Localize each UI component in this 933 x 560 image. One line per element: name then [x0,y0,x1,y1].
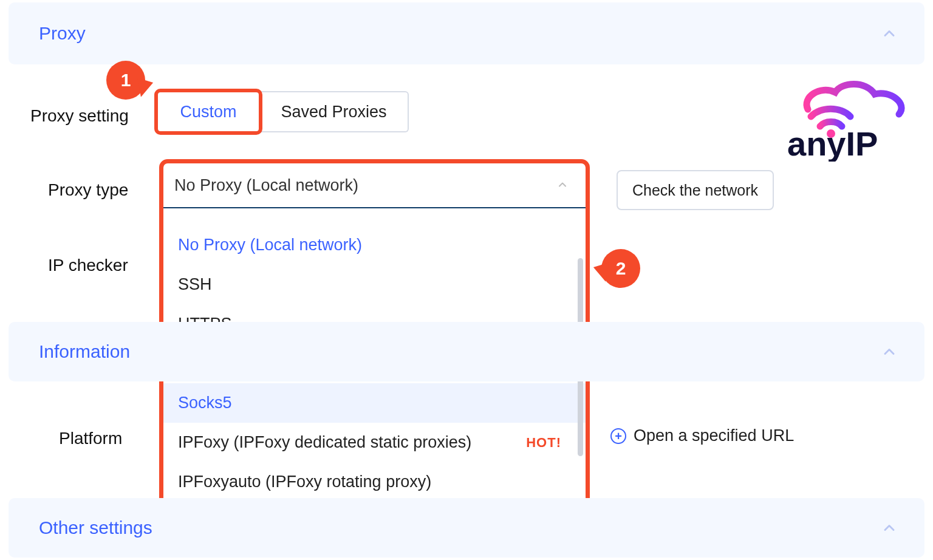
proxy-type-select[interactable]: No Proxy (Local network) [163,163,586,208]
open-specified-url-link[interactable]: + Open a specified URL [610,426,794,445]
option-label: IPFoxy (IPFoxy dedicated static proxies) [178,433,471,452]
option-label: No Proxy (Local network) [178,236,362,254]
proxy-type-option-ipfoxyauto[interactable]: IPFoxyauto (IPFoxy rotating proxy) [163,462,586,502]
proxy-type-option-socks5[interactable]: Socks5 [163,383,586,423]
section-header-proxy[interactable]: Proxy [9,2,924,64]
option-label: SSH [178,275,212,294]
anyip-logo: anyIP [784,79,911,162]
tab-custom-label: Custom [180,103,236,121]
label-platform: Platform [59,429,122,448]
plus-circle-icon: + [610,428,626,444]
option-label: Socks5 [178,394,232,412]
check-network-label: Check the network [632,182,758,199]
tab-saved-proxies[interactable]: Saved Proxies [260,91,409,132]
label-proxy-setting: Proxy setting [30,106,129,126]
proxy-type-option-ipfoxy[interactable]: IPFoxy (IPFoxy dedicated static proxies)… [163,423,586,462]
proxy-type-selected-value: No Proxy (Local network) [174,176,358,195]
annotation-badge-1: 1 [106,61,145,100]
annotation-badge-2-number: 2 [616,258,626,279]
chevron-up-icon [881,25,898,42]
hot-badge: HOT! [526,435,561,451]
annotation-badge-2: 2 [601,249,640,288]
section-header-other-settings[interactable]: Other settings [9,498,924,558]
proxy-type-option-ssh[interactable]: SSH [163,265,586,304]
chevron-up-icon [556,176,569,195]
open-specified-url-label: Open a specified URL [634,426,794,445]
proxy-type-option-no-proxy[interactable]: No Proxy (Local network) [163,225,586,265]
section-title-information: Information [39,341,130,362]
label-proxy-type: Proxy type [48,180,128,200]
chevron-up-icon [881,519,898,536]
section-header-information[interactable]: Information [9,322,924,381]
anyip-logo-text: anyIP [787,125,878,162]
proxy-setting-tabs: Custom Saved Proxies [157,91,409,132]
tab-custom[interactable]: Custom [157,91,260,132]
label-ip-checker: IP checker [48,256,128,275]
tab-saved-proxies-label: Saved Proxies [281,103,386,121]
section-title-proxy: Proxy [39,23,86,44]
option-label: IPFoxyauto (IPFoxy rotating proxy) [178,473,431,491]
check-network-button[interactable]: Check the network [617,170,774,210]
annotation-badge-1-number: 1 [121,70,131,90]
chevron-up-icon [881,343,898,360]
section-title-other-settings: Other settings [39,517,152,538]
